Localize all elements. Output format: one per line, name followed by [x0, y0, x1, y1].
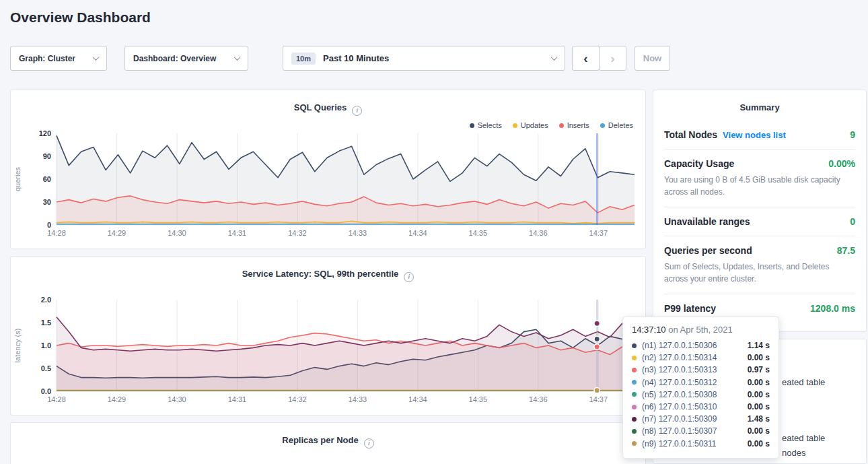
- chart-title: Service Latency: SQL, 99th percentilei: [11, 269, 645, 282]
- series-dot-icon: [632, 441, 637, 446]
- summary-panel: Summary Total Nodes View nodes list 9 Ca…: [653, 90, 867, 332]
- svg-text:latency (s): latency (s): [13, 329, 22, 363]
- replicas-per-node-panel: Replicas per Nodei: [10, 422, 646, 464]
- node-address: (n6) 127.0.0.1:50310: [642, 402, 717, 411]
- tooltip-row: (n7) 127.0.0.1:503091.48 s: [632, 413, 770, 425]
- info-icon[interactable]: i: [364, 438, 374, 449]
- tooltip-header: 14:37:10 on Apr 5th, 2021: [632, 325, 770, 335]
- svg-text:14:35: 14:35: [469, 395, 488, 403]
- dashboard-dropdown[interactable]: Dashboard: Overview: [124, 46, 248, 71]
- series-dot-icon: [632, 356, 637, 360]
- time-range-badge: 10m: [291, 53, 316, 65]
- summary-value: 87.5: [837, 245, 855, 256]
- node-address: (n9) 127.0.0.1:50311: [642, 439, 717, 449]
- chevron-right-icon: ›: [610, 51, 614, 66]
- node-address: (n2) 127.0.0.1:50314: [642, 353, 717, 362]
- svg-text:queries: queries: [13, 166, 22, 191]
- svg-text:14:29: 14:29: [108, 395, 126, 403]
- summary-title: Summary: [664, 90, 855, 121]
- series-dot-icon: [632, 380, 637, 385]
- time-range-dropdown[interactable]: 10m Past 10 Minutes: [283, 46, 565, 71]
- latency-value: 0.00 s: [748, 402, 770, 411]
- node-address: (n5) 127.0.0.1:50308: [642, 390, 717, 399]
- chart-title: Replicas per Nodei: [11, 435, 645, 449]
- svg-text:14:30: 14:30: [168, 395, 186, 403]
- svg-text:14:36: 14:36: [529, 395, 548, 403]
- node-address: (n3) 127.0.0.1:50313: [642, 365, 717, 374]
- latency-value: 1.48 s: [748, 414, 770, 424]
- tooltip-row: (n1) 127.0.0.1:503061.14 s: [632, 339, 770, 352]
- time-range-label: Past 10 Minutes: [323, 53, 389, 63]
- now-button[interactable]: Now: [635, 46, 670, 71]
- tooltip-rows: (n1) 127.0.0.1:503061.14 s(n2) 127.0.0.1…: [632, 339, 770, 450]
- svg-text:14:37: 14:37: [589, 229, 608, 237]
- latency-value: 0.00 s: [748, 378, 770, 387]
- graph-dropdown[interactable]: Graph: Cluster: [10, 46, 107, 71]
- series-dot-icon: [632, 392, 637, 397]
- series-dot-icon: [632, 417, 637, 422]
- info-icon[interactable]: i: [404, 272, 414, 282]
- summary-row-capacity-usage: Capacity Usage 0.00% You are using 0 B o…: [664, 149, 855, 207]
- svg-text:14:34: 14:34: [408, 229, 427, 237]
- svg-text:14:28: 14:28: [47, 395, 66, 403]
- chart-hover-tooltip: 14:37:10 on Apr 5th, 2021 (n1) 127.0.0.1…: [622, 317, 779, 459]
- series-dot-icon: [632, 429, 637, 434]
- svg-text:60: 60: [43, 175, 51, 183]
- svg-text:90: 90: [43, 152, 51, 160]
- chart-title-text: Service Latency: SQL, 99th percentile: [242, 269, 399, 279]
- tooltip-row: (n3) 127.0.0.1:503130.97 s: [632, 364, 770, 376]
- summary-description: You are using 0 B of 4.5 GiB usable disk…: [664, 174, 855, 198]
- svg-text:0.5: 0.5: [41, 364, 51, 372]
- service-latency-chart[interactable]: 14:2814:2914:3014:3114:3214:3314:3414:35…: [11, 294, 645, 409]
- series-dot-icon: [559, 123, 564, 128]
- time-next-button[interactable]: ›: [599, 46, 626, 71]
- svg-text:14:35: 14:35: [469, 229, 488, 237]
- chevron-left-icon: ‹: [583, 51, 587, 66]
- svg-text:14:37: 14:37: [589, 395, 608, 403]
- info-icon[interactable]: i: [352, 106, 362, 116]
- view-nodes-list-link[interactable]: View nodes list: [723, 130, 786, 140]
- chart-title-text: SQL Queries: [294, 102, 347, 112]
- svg-text:14:29: 14:29: [108, 229, 126, 237]
- summary-row-queries-per-second: Queries per second 87.5 Sum of Selects, …: [664, 236, 855, 294]
- series-dot-icon: [632, 343, 637, 348]
- event-text-fragment[interactable]: eated table: [782, 377, 825, 387]
- series-dot-icon: [470, 123, 474, 128]
- summary-label: Queries per second: [664, 245, 752, 256]
- tooltip-row: (n9) 127.0.0.1:503110.00 s: [632, 438, 770, 450]
- tooltip-row: (n4) 127.0.0.1:503120.00 s: [632, 376, 770, 389]
- event-text-fragment[interactable]: nodes: [782, 448, 805, 458]
- page-title: Overview Dashboard: [10, 9, 151, 26]
- summary-label: P99 latency: [664, 303, 716, 314]
- dashboard-dropdown-label: Dashboard: Overview: [133, 54, 216, 63]
- tooltip-date: on Apr 5th, 2021: [666, 325, 733, 335]
- summary-value: 9: [850, 129, 855, 140]
- latency-value: 0.97 s: [748, 365, 770, 374]
- sql-queries-chart[interactable]: 14:2814:2914:3014:3114:3214:3314:3414:35…: [11, 128, 645, 242]
- summary-row-unavailable-ranges: Unavailable ranges 0: [664, 207, 855, 236]
- service-latency-panel: Service Latency: SQL, 99th percentilei 1…: [10, 256, 646, 416]
- event-text-fragment[interactable]: eated table: [782, 433, 825, 443]
- tooltip-row: (n8) 127.0.0.1:503070.00 s: [632, 425, 770, 437]
- latency-value: 0.00 s: [748, 426, 770, 436]
- summary-label: Capacity Usage: [664, 158, 734, 169]
- svg-text:120: 120: [39, 129, 51, 137]
- tooltip-time: 14:37:10: [632, 325, 666, 335]
- time-prev-button[interactable]: ‹: [572, 46, 600, 71]
- series-dot-icon: [600, 123, 605, 128]
- svg-text:14:32: 14:32: [288, 395, 307, 403]
- svg-text:14:31: 14:31: [228, 395, 247, 403]
- tooltip-row: (n6) 127.0.0.1:503100.00 s: [632, 401, 770, 413]
- tooltip-row: (n5) 127.0.0.1:503080.00 s: [632, 389, 770, 401]
- now-button-label: Now: [643, 53, 661, 63]
- summary-value: 0: [850, 216, 855, 227]
- chevron-down-icon: [93, 54, 100, 61]
- node-address: (n1) 127.0.0.1:50306: [642, 341, 717, 350]
- summary-value: 1208.0 ms: [810, 303, 855, 314]
- summary-label: Unavailable ranges: [664, 216, 750, 227]
- chevron-down-icon: [234, 54, 241, 61]
- svg-text:14:33: 14:33: [349, 229, 367, 237]
- summary-label: Total Nodes: [664, 129, 717, 140]
- chart-title: SQL Queriesi: [11, 102, 645, 116]
- graph-dropdown-label: Graph: Cluster: [19, 54, 75, 63]
